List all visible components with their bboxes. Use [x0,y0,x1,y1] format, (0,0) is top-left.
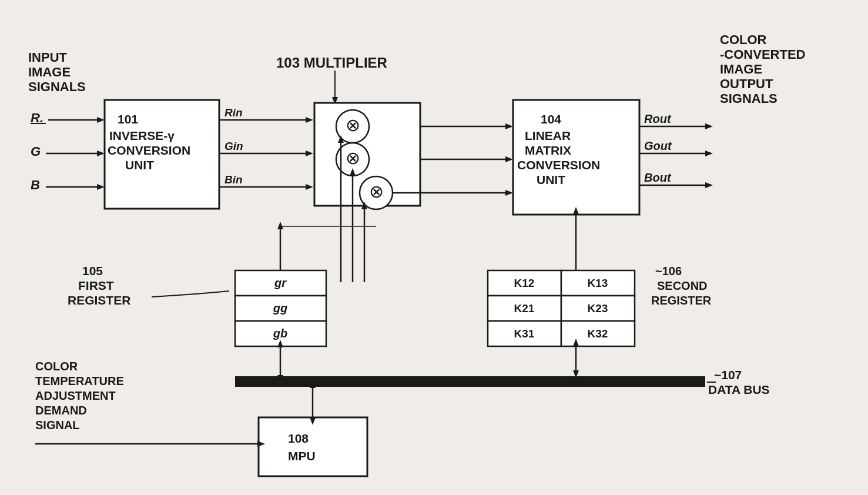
svg-text:MATRIX: MATRIX [525,143,571,157]
svg-text:DEMAND: DEMAND [35,404,87,417]
mpu-block [259,417,367,476]
multiplier-label: 103 MULTIPLIER [276,55,387,71]
svg-text:REGISTER: REGISTER [651,294,712,307]
k23-label: K23 [588,302,608,315]
bin-label: Bin [224,173,243,186]
output-color-label: COLOR [720,32,767,47]
gr-label: gr [274,276,287,289]
linear-matrix-block [513,100,639,215]
svg-text:REGISTER: REGISTER [68,293,130,307]
svg-text:UNIT: UNIT [125,158,154,172]
svg-text:FIRST: FIRST [78,279,114,292]
svg-text:UNIT: UNIT [537,173,565,186]
svg-text:DATA BUS: DATA BUS [708,383,770,396]
mpu-label-mpu: MPU [288,449,316,463]
rout-label: Rout [644,112,672,125]
input-signals-label: INPUT [28,50,68,65]
svg-text:⊗: ⊗ [346,148,360,168]
gin-label: Gin [224,140,243,152]
bout-label: Bout [644,171,672,184]
inverse-gamma-label-main: INVERSE-γ [109,129,175,142]
input-g-label: G [31,144,41,159]
rin-label: Rin [224,106,243,119]
svg-text:TEMPERATURE: TEMPERATURE [35,374,124,387]
svg-text:CONVERSION: CONVERSION [517,158,600,172]
gg-label: gg [273,302,287,315]
inverse-gamma-label-101: 101 [118,112,138,126]
k21-label: K21 [514,302,535,315]
first-register-label-105: 105 [82,264,103,277]
svg-text:⊗: ⊗ [369,182,384,201]
svg-text:SIGNALS: SIGNALS [720,91,777,106]
data-bus-107-label: ~107 [714,368,742,382]
svg-text:IMAGE: IMAGE [28,65,71,79]
svg-text:SIGNALS: SIGNALS [28,79,86,94]
data-bus-line [235,376,705,387]
svg-text:ADJUSTMENT: ADJUSTMENT [35,389,116,402]
svg-text:LINEAR: LINEAR [525,129,571,142]
svg-text:-CONVERTED: -CONVERTED [720,47,805,62]
input-b-label: B [31,178,40,192]
k31-label: K31 [514,327,535,340]
linear-matrix-label-104: 104 [541,112,561,126]
second-register-label-106: ~106 [655,265,682,277]
svg-text:OUTPUT: OUTPUT [720,76,773,91]
svg-text:SIGNAL: SIGNAL [35,419,80,432]
gb-label: gb [273,327,287,340]
svg-text:CONVERSION: CONVERSION [108,143,190,157]
svg-text:IMAGE: IMAGE [720,62,762,76]
mpu-label-108: 108 [288,432,309,445]
svg-text:⊗: ⊗ [346,115,360,135]
k32-label: K32 [588,327,608,340]
gout-label: Gout [644,139,672,152]
color-temp-label: COLOR [35,360,78,373]
diagram-container: INPUT IMAGE SIGNALS R. G B 101 INVERSE-γ… [0,0,868,495]
k13-label: K13 [588,277,608,289]
svg-text:SECOND: SECOND [657,279,708,292]
k12-label: K12 [514,277,535,289]
